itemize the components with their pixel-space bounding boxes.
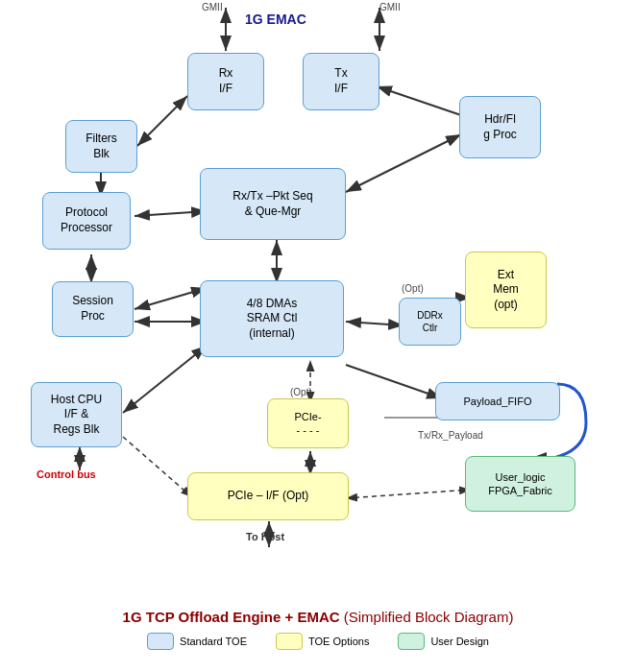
to-host-label: To Host — [246, 531, 284, 542]
svg-line-20 — [346, 365, 442, 398]
legend-items: Standard TOE TOE Options User Design — [147, 633, 489, 650]
svg-line-15 — [135, 288, 207, 309]
svg-line-10 — [346, 134, 461, 192]
gmii-right-label: GMII — [379, 2, 401, 12]
pcie-opt-block: PCIe- - - - - — [267, 398, 349, 448]
dmas-sram-block: 4/8 DMAs SRAM Ctl (internal) — [200, 280, 344, 357]
svg-line-21 — [123, 346, 207, 413]
filters-blk-block: Filters Blk — [65, 120, 137, 173]
user-logic-block: User_logic FPGA_Fabric — [465, 456, 575, 512]
legend-blue-box — [147, 633, 174, 650]
legend-area: 1G TCP Offload Engine + EMAC (Simplified… — [0, 586, 636, 672]
ddrx-ctlr-block: DDRx Ctlr — [399, 298, 461, 346]
svg-line-13 — [135, 211, 207, 216]
hdr-flg-proc-block: Hdr/Fl g Proc — [459, 96, 541, 158]
diagram-container: GMII GMII 1G EMAC Rx I/F Tx I/F Filters … — [0, 0, 636, 672]
tx-rx-payload-label: Tx/Rx_Payload — [418, 430, 483, 441]
rxtx-pkt-seq-block: Rx/Tx –Pkt Seq & Que-Mgr — [200, 168, 346, 240]
session-proc-block: Session Proc — [52, 281, 134, 337]
svg-line-25 — [123, 437, 192, 497]
svg-line-26 — [346, 490, 471, 498]
tx-if-block: Tx I/F — [303, 53, 379, 110]
opt-label-2: (Opt) — [290, 387, 312, 397]
legend-user-design-label: User Design — [430, 636, 489, 647]
legend-standard-toe-label: Standard TOE — [180, 636, 247, 647]
diagram-title: 1G TCP Offload Engine + EMAC (Simplified… — [123, 609, 514, 625]
gmii-left-label: GMII — [202, 2, 223, 12]
host-cpu-block: Host CPU I/F & Regs Blk — [31, 382, 122, 447]
legend-green-box — [398, 633, 425, 650]
legend-standard-toe: Standard TOE — [147, 633, 247, 650]
pcie-if-block: PCIe – I/F (Opt) — [187, 472, 349, 520]
ext-mem-block: Ext Mem (opt) — [465, 252, 547, 328]
protocol-processor-block: Protocol Processor — [42, 192, 131, 250]
opt-label-1: (Opt) — [402, 283, 424, 294]
svg-line-17 — [346, 322, 404, 325]
legend-toe-options: TOE Options — [276, 633, 369, 650]
legend-toe-options-label: TOE Options — [308, 636, 369, 647]
svg-line-11 — [137, 96, 187, 146]
control-bus-label: Control bus — [37, 468, 96, 480]
payload-fifo-block: Payload_FIFO — [435, 382, 560, 420]
emac-title: 1G EMAC — [245, 12, 306, 27]
svg-line-9 — [377, 86, 461, 115]
legend-user-design: User Design — [398, 633, 489, 650]
rx-if-block: Rx I/F — [187, 53, 264, 110]
legend-yellow-box — [276, 633, 303, 650]
